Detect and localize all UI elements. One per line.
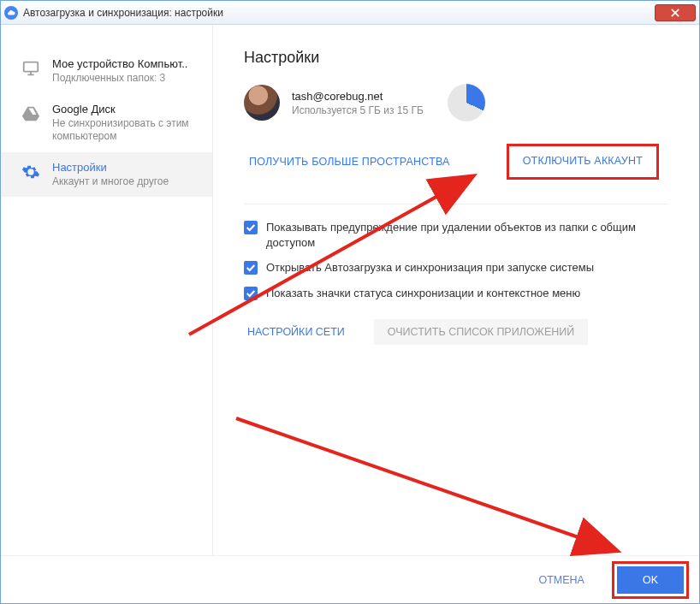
body: Мое устройство Компьют.. Подключенных па… (1, 25, 699, 555)
avatar (244, 85, 280, 121)
get-more-space-button[interactable]: ПОЛУЧИТЬ БОЛЬШЕ ПРОСТРАНСТВА (244, 151, 455, 173)
sidebar-item-my-device[interactable]: Мое устройство Компьют.. Подключенных па… (1, 49, 212, 94)
account-row: tash@corebug.net Используется 5 ГБ из 15… (244, 84, 668, 121)
ok-button[interactable]: OK (617, 566, 684, 594)
cloud-icon (4, 6, 18, 20)
account-email: tash@corebug.net (292, 90, 424, 103)
footer: ОТМЕНА OK (1, 555, 699, 603)
gear-icon (21, 163, 40, 181)
sidebar-item-settings[interactable]: Настройки Аккаунт и многое другое (1, 152, 212, 198)
sidebar: Мое устройство Компьют.. Подключенных па… (1, 25, 213, 555)
clear-apps-button[interactable]: ОЧИСТИТЬ СПИСОК ПРИЛОЖЕНИЙ (374, 319, 588, 345)
checkbox-label: Показывать предупреждение при удалении о… (266, 220, 668, 250)
checkbox-label: Показать значки статуса синхронизации и … (266, 286, 580, 301)
sidebar-item-google-drive[interactable]: Google Диск Не синхронизировать с этим к… (1, 94, 212, 152)
divider (244, 204, 668, 204)
svg-rect-0 (24, 62, 39, 72)
content-pane: Настройки tash@corebug.net Используется … (213, 25, 699, 555)
checkbox-open-on-startup[interactable]: Открывать Автозагрузка и синхронизация п… (244, 260, 668, 275)
annotation-highlight-ok: OK (612, 561, 689, 599)
titlebar: Автозагрузка и синхронизация: настройки (1, 1, 699, 25)
sidebar-item-label: Настройки (52, 161, 169, 174)
checkbox-checked-icon (244, 221, 258, 234)
window-title: Автозагрузка и синхронизация: настройки (23, 7, 655, 19)
monitor-icon (21, 59, 40, 78)
network-settings-button[interactable]: НАСТРОЙКИ СЕТИ (244, 319, 348, 345)
account-actions: ПОЛУЧИТЬ БОЛЬШЕ ПРОСТРАНСТВА ОТКЛЮЧИТЬ А… (244, 144, 668, 180)
checkbox-warn-shared-delete[interactable]: Показывать предупреждение при удалении о… (244, 220, 668, 250)
account-usage: Используется 5 ГБ из 15 ГБ (292, 104, 424, 116)
checkbox-checked-icon (244, 287, 258, 300)
page-title: Настройки (244, 49, 668, 67)
cancel-button[interactable]: ОТМЕНА (530, 567, 592, 593)
checkbox-label: Открывать Автозагрузка и синхронизация п… (266, 260, 594, 275)
sidebar-item-label: Google Диск (52, 103, 199, 115)
checkbox-checked-icon (244, 261, 258, 275)
drive-icon (21, 104, 40, 123)
storage-pie-icon (448, 84, 485, 121)
app-window: Автозагрузка и синхронизация: настройки … (0, 0, 700, 604)
checkbox-show-sync-icons[interactable]: Показать значки статуса синхронизации и … (244, 286, 668, 301)
network-row: НАСТРОЙКИ СЕТИ ОЧИСТИТЬ СПИСОК ПРИЛОЖЕНИ… (244, 319, 668, 345)
sidebar-item-sub: Аккаунт и многое другое (52, 175, 169, 189)
disconnect-account-button[interactable]: ОТКЛЮЧИТЬ АККАУНТ (518, 150, 648, 172)
sidebar-item-sub: Не синхронизировать с этим компьютером (52, 117, 199, 144)
sidebar-item-sub: Подключенных папок: 3 (52, 72, 187, 86)
sidebar-item-label: Мое устройство Компьют.. (52, 57, 187, 70)
close-button[interactable] (655, 4, 696, 21)
annotation-highlight-disconnect: ОТКЛЮЧИТЬ АККАУНТ (507, 144, 659, 180)
